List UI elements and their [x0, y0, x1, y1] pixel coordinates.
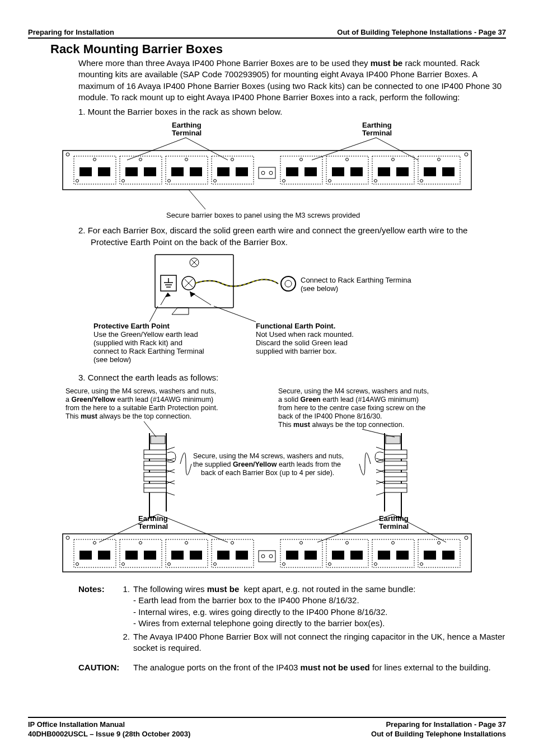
svg-point-31: [300, 158, 303, 161]
svg-line-1: [127, 138, 186, 160]
figure-rack-panel: Earthing Terminal Earthing Terminal: [28, 120, 506, 220]
fig3-right-l4: back of the IP400 Phone 8/16/30.: [278, 412, 382, 420]
svg-point-24: [168, 180, 171, 182]
svg-point-160: [420, 563, 423, 566]
svg-line-103: [376, 469, 385, 472]
svg-rect-13: [98, 167, 110, 176]
svg-point-155: [374, 563, 377, 566]
notes-2-body: The Avaya IP400 Phone Barrier Box will n…: [133, 631, 506, 654]
header-right: Out of Building Telephone Installations …: [337, 28, 506, 36]
svg-line-89: [166, 492, 175, 495]
svg-line-111: [158, 514, 228, 542]
notes-1-body: The following wires must be kept apart, …: [133, 584, 506, 595]
svg-rect-149: [350, 551, 363, 560]
fig2-func-l2: Discard the solid Green lead: [256, 339, 348, 347]
svg-rect-144: [305, 551, 317, 560]
svg-point-39: [329, 180, 331, 182]
svg-line-95: [376, 447, 385, 450]
notes-num-1: 1.: [118, 584, 133, 595]
svg-point-140: [214, 563, 217, 566]
svg-marker-68: [190, 292, 195, 297]
footer-left-2: 40DHB0002USCL – Issue 9 (28th October 20…: [28, 730, 190, 739]
footer-left-1: IP Office Installation Manual: [28, 720, 190, 730]
svg-point-132: [185, 542, 188, 544]
step-2: 2. For each Barrier Box, discard the sol…: [78, 225, 506, 248]
fig3-right-l5: This must always be the top connection.: [278, 421, 404, 429]
svg-rect-123: [79, 551, 92, 560]
svg-point-64: [285, 280, 292, 287]
svg-point-152: [392, 542, 395, 544]
svg-rect-37: [332, 167, 344, 176]
svg-line-107: [376, 481, 385, 483]
svg-rect-55: [161, 275, 176, 291]
footer-right-1: Preparing for Installation - Page 37: [371, 720, 506, 730]
fig3-right-l2: a solid Green earth lead (#14AWG minimum…: [278, 396, 419, 403]
svg-line-70: [214, 306, 256, 322]
svg-line-2: [312, 138, 376, 160]
svg-rect-43: [396, 167, 409, 176]
svg-rect-17: [125, 167, 138, 176]
svg-rect-159: [442, 551, 455, 560]
svg-rect-28: [236, 167, 248, 176]
step-1: 1. Mount the Barrier boxes in the rack a…: [78, 106, 506, 118]
fig3-mid-l3: back of each Barrier Box (up to 4 per si…: [201, 469, 334, 477]
fig3-mid-l2: the supplied Green/Yellow earth leads fr…: [193, 461, 341, 468]
svg-rect-47: [424, 167, 436, 176]
svg-line-104: [376, 481, 385, 484]
fig1-earthing-right-1: Earthing: [362, 121, 392, 129]
page-header: Preparing for Installation Out of Buildi…: [28, 28, 506, 39]
svg-rect-38: [350, 167, 363, 176]
svg-rect-158: [424, 551, 436, 560]
svg-line-50: [189, 190, 205, 209]
svg-rect-129: [144, 551, 156, 560]
svg-point-11: [93, 158, 96, 161]
svg-point-44: [374, 180, 377, 182]
svg-point-8: [261, 171, 265, 175]
svg-point-135: [168, 563, 171, 566]
caution-label: CAUTION:: [78, 662, 133, 673]
svg-point-14: [76, 180, 79, 182]
svg-point-5: [66, 153, 69, 156]
fig1-earthing-left-1: Earthing: [172, 121, 202, 129]
svg-rect-134: [190, 551, 202, 560]
svg-point-122: [93, 542, 96, 544]
svg-point-36: [346, 158, 349, 161]
fig2-func-l3: supplied with barrier box.: [256, 347, 337, 355]
svg-line-76: [166, 447, 175, 450]
svg-rect-73: [151, 436, 165, 444]
svg-point-9: [269, 171, 273, 175]
footer-right-2: Out of Building Telephone Installations: [371, 730, 506, 739]
svg-point-125: [76, 563, 79, 566]
svg-point-147: [346, 542, 349, 544]
svg-point-19: [122, 180, 125, 182]
svg-line-69: [149, 306, 158, 322]
svg-point-117: [465, 536, 468, 539]
svg-point-49: [420, 180, 423, 182]
svg-rect-23: [190, 167, 202, 176]
fig1-earthing-left-2: Terminal: [172, 129, 202, 137]
svg-rect-18: [144, 167, 156, 176]
svg-line-77: [166, 459, 175, 462]
svg-point-137: [231, 542, 234, 544]
notes-1a: - Earth lead from the barrier box to the…: [133, 595, 506, 606]
fig3-earth-right-1: Earthing: [379, 514, 409, 523]
svg-point-6: [465, 153, 468, 156]
svg-rect-133: [171, 551, 184, 560]
notes-label: Notes:: [78, 584, 118, 595]
fig2-prot-l2: (supplied with Rack kit) and: [93, 339, 182, 347]
intro-paragraph: Where more than three Avaya IP400 Phone …: [78, 58, 506, 103]
svg-line-99: [376, 458, 385, 461]
figure-barrier-box-back: Connect to Rack Earthing Termina (see be…: [28, 250, 506, 368]
svg-line-96: [376, 459, 385, 462]
fig2-connect-1: Connect to Rack Earthing Termina: [301, 276, 412, 284]
svg-point-142: [300, 542, 303, 544]
svg-point-26: [231, 158, 234, 161]
fig1-caption: Secure barrier boxes to panel using the …: [166, 211, 360, 219]
fig2-func-title: Functional Earth Point.: [256, 322, 335, 330]
svg-rect-33: [305, 167, 317, 176]
figure-earth-leads: Secure, using the M4 screws, washers and…: [28, 386, 506, 576]
header-left: Preparing for Installation: [28, 28, 114, 36]
svg-rect-128: [125, 551, 138, 560]
fig3-right-l1: Secure, using the M4 screws, washers and…: [278, 387, 429, 395]
svg-line-84: [166, 469, 175, 472]
